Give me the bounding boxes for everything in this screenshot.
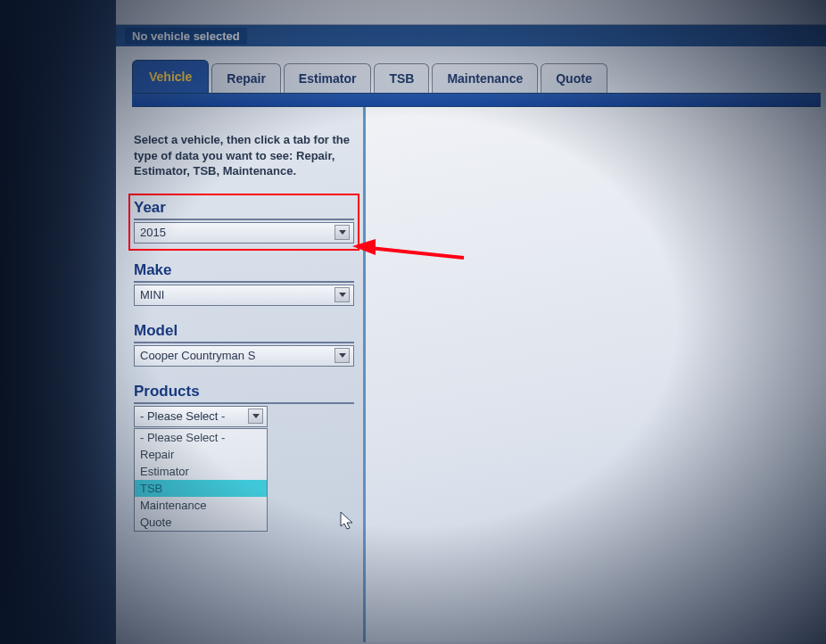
tab-quote[interactable]: Quote	[541, 63, 607, 93]
model-dropdown[interactable]: Cooper Countryman S	[134, 345, 354, 367]
products-option-tsb[interactable]: TSB	[135, 480, 267, 497]
products-option-quote[interactable]: Quote	[135, 514, 267, 531]
products-label: Products	[134, 383, 354, 404]
status-bar: No vehicle selected	[116, 25, 826, 46]
right-panel	[366, 107, 826, 642]
year-highlight-box: Year 2015	[128, 194, 359, 251]
make-dropdown[interactable]: MINI	[134, 285, 354, 306]
products-dropdown-list[interactable]: - Please Select - Repair Estimator TSB M…	[134, 428, 268, 532]
make-label: Make	[134, 261, 354, 283]
tab-underline-band	[132, 93, 821, 107]
tab-maintenance[interactable]: Maintenance	[432, 63, 538, 93]
year-dropdown[interactable]: 2015	[134, 222, 354, 244]
year-label: Year	[134, 199, 354, 220]
products-option-placeholder[interactable]: - Please Select -	[135, 429, 267, 446]
toolbar-top	[116, 0, 826, 25]
year-value: 2015	[140, 226, 166, 239]
tabs-container: Vehicle Repair Estimator TSB Maintenance…	[132, 62, 826, 93]
model-label: Model	[134, 322, 354, 343]
tab-repair[interactable]: Repair	[211, 63, 281, 93]
chevron-down-icon	[335, 348, 350, 363]
status-text: No vehicle selected	[125, 28, 247, 45]
products-option-estimator[interactable]: Estimator	[135, 463, 267, 480]
left-panel: Select a vehicle, then click a tab for t…	[116, 107, 366, 642]
chevron-down-icon	[248, 409, 263, 424]
model-value: Cooper Countryman S	[140, 349, 255, 362]
tab-tsb[interactable]: TSB	[374, 63, 429, 93]
products-value: - Please Select -	[140, 409, 225, 423]
photo-frame-left	[0, 0, 116, 644]
field-group-products: Products - Please Select - - Please Sele…	[134, 383, 354, 532]
instructions-text: Select a vehicle, then click a tab for t…	[134, 132, 354, 179]
field-group-model: Model Cooper Countryman S	[134, 322, 354, 367]
tab-area: Vehicle Repair Estimator TSB Maintenance…	[116, 46, 826, 107]
field-group-year: Year 2015	[134, 199, 354, 244]
products-option-repair[interactable]: Repair	[135, 446, 267, 463]
app-window: No vehicle selected Vehicle Repair Estim…	[116, 0, 826, 644]
tab-estimator[interactable]: Estimator	[284, 63, 372, 93]
chevron-down-icon	[335, 225, 350, 240]
tab-vehicle[interactable]: Vehicle	[132, 60, 209, 93]
chevron-down-icon	[335, 287, 350, 302]
field-group-make: Make MINI	[134, 261, 354, 306]
products-dropdown[interactable]: - Please Select -	[134, 406, 268, 427]
products-option-maintenance[interactable]: Maintenance	[135, 497, 267, 514]
content-area: Select a vehicle, then click a tab for t…	[116, 107, 826, 642]
make-value: MINI	[140, 288, 164, 301]
